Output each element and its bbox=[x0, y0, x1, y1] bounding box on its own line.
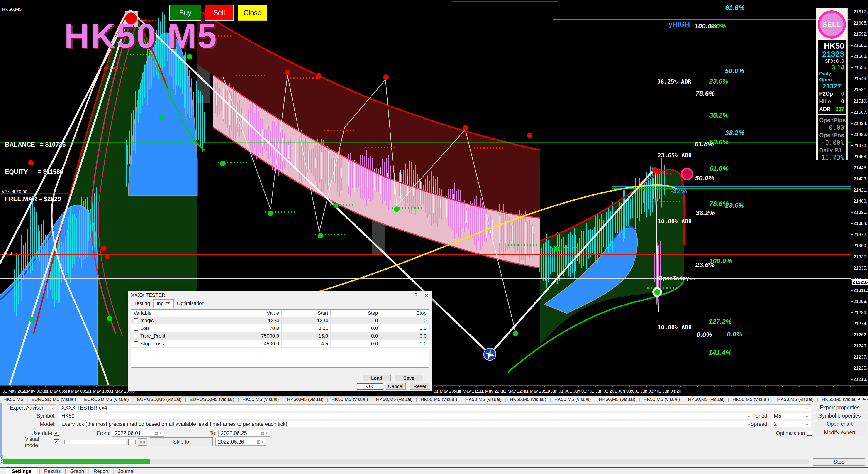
stop-button[interactable]: Stop bbox=[813, 458, 865, 466]
cancel-button[interactable]: Cancel bbox=[386, 383, 406, 390]
calendar-icon[interactable]: ▦ bbox=[256, 439, 260, 444]
buy-button[interactable]: Buy bbox=[169, 5, 202, 21]
table-row[interactable]: Lots70.00.010.00.0 bbox=[131, 324, 429, 332]
tab-inputs[interactable]: Inputs bbox=[153, 299, 174, 308]
variable-cell[interactable]: Stop_Loss bbox=[131, 340, 232, 347]
value-cell[interactable]: 4500.0 bbox=[232, 340, 281, 347]
tester-tab-graph[interactable]: Graph bbox=[66, 468, 88, 474]
chart-tab[interactable]: HK50,M5 (visual) bbox=[506, 396, 550, 402]
value-cell[interactable]: 0 bbox=[330, 317, 380, 324]
row-checkbox[interactable] bbox=[133, 334, 138, 338]
row-checkbox[interactable] bbox=[133, 318, 138, 323]
chart-tab[interactable]: HK50,M5 (visual) bbox=[462, 396, 505, 402]
sell-badge[interactable]: SELL bbox=[818, 10, 846, 38]
tester-tab-report[interactable]: Report bbox=[89, 468, 113, 474]
chart-tab[interactable]: EURUSD,M5 (visual) bbox=[133, 396, 185, 402]
chart-tab[interactable]: HK50,M5 bbox=[0, 396, 27, 402]
chart-tab[interactable]: HK50,M5 (visual) bbox=[283, 396, 327, 402]
chevron-down-icon[interactable]: ▾ bbox=[266, 431, 268, 435]
value-cell[interactable]: 1234 bbox=[281, 317, 330, 324]
chevron-down-icon[interactable]: ▾ bbox=[160, 431, 161, 435]
expert-select[interactable]: XXXX TESTER.ex4 bbox=[59, 404, 811, 411]
value-cell[interactable]: 0.0 bbox=[330, 324, 380, 332]
dialog-close-button[interactable]: ✕ bbox=[421, 292, 432, 298]
tester-tab-settings[interactable]: Settings bbox=[6, 467, 37, 474]
reset-button[interactable]: Reset bbox=[410, 383, 430, 390]
visual-speed-slider[interactable] bbox=[64, 440, 135, 444]
chart-tab[interactable]: HK50,M5 (visual) bbox=[774, 396, 817, 402]
tester-tab-results[interactable]: Results bbox=[40, 468, 65, 474]
value-cell[interactable]: 0.01 bbox=[281, 324, 330, 332]
save-button[interactable]: Save bbox=[395, 375, 423, 381]
table-row[interactable]: Stop_Loss4500.04.50.00.0 bbox=[131, 340, 429, 348]
price-axis[interactable]: 21323.41 21617.4521605.2021592.9521580.7… bbox=[851, 0, 868, 396]
value-cell[interactable]: 75000.0 bbox=[232, 332, 281, 340]
chart-tab[interactable]: EURUSD,M5 (visual) bbox=[81, 396, 132, 402]
value-cell[interactable]: 4.5 bbox=[281, 340, 330, 347]
value-cell[interactable]: 0.0 bbox=[380, 340, 429, 347]
chart-tab[interactable]: HK50,M5 (visual) bbox=[818, 396, 862, 402]
chart-tab[interactable]: EURUSD,M5 (visual) bbox=[186, 396, 238, 402]
skip-date-value: 2022.06.26 bbox=[218, 439, 244, 445]
symbol-select[interactable]: HK50 bbox=[59, 413, 753, 419]
sell-button[interactable]: Sell bbox=[205, 5, 234, 21]
skip-to-button[interactable]: Skip to bbox=[150, 438, 213, 446]
variable-cell[interactable]: magic bbox=[131, 317, 232, 324]
open-chart-button[interactable]: Open chart bbox=[813, 420, 866, 427]
chart-tab[interactable]: HK50,M5 (visual) bbox=[685, 396, 728, 402]
tab-optimization[interactable]: Optimization bbox=[174, 299, 208, 308]
modify-expert-button[interactable]: Modify expert bbox=[813, 429, 866, 436]
close-button[interactable]: Close bbox=[238, 5, 267, 21]
period-select[interactable]: M5 bbox=[771, 413, 811, 419]
value-cell[interactable]: 0 bbox=[380, 317, 429, 324]
chart-tab[interactable]: HK50,M5 (visual) bbox=[373, 396, 416, 402]
scroll-right-icon[interactable]: ▶ bbox=[863, 397, 866, 401]
chart-tab[interactable]: HK50,M5 (visual) bbox=[640, 396, 683, 402]
expert-type-select[interactable]: Expert Advisor bbox=[7, 404, 56, 411]
openpos-value: -0.00% bbox=[819, 139, 844, 147]
value-cell[interactable]: 15.0 bbox=[281, 332, 330, 340]
model-select[interactable]: Every tick (the most precise method base… bbox=[59, 421, 753, 427]
scroll-left-icon[interactable]: ◀ bbox=[857, 397, 860, 401]
tab-separator: | bbox=[817, 396, 818, 402]
to-date-field[interactable]: 2022.06.25 ▦▾ bbox=[218, 430, 270, 437]
chart-tab[interactable]: HK50,M5 (visual) bbox=[328, 396, 371, 402]
tab-testing[interactable]: Testing bbox=[131, 299, 153, 308]
value-cell[interactable]: 1234 bbox=[232, 317, 281, 324]
calendar-icon[interactable]: ▦ bbox=[154, 431, 158, 436]
value-cell[interactable]: 0.0 bbox=[330, 340, 380, 347]
variable-cell[interactable]: Take_Profit bbox=[131, 332, 232, 340]
ok-button[interactable]: OK bbox=[357, 383, 383, 390]
value-cell[interactable]: 70.0 bbox=[232, 324, 281, 332]
spread-select[interactable]: 2 bbox=[771, 421, 811, 427]
optimization-checkbox[interactable] bbox=[807, 431, 812, 436]
dialog-titlebar[interactable]: XXXX TESTER ? ✕ bbox=[128, 291, 432, 299]
chart-tab[interactable]: EURUSD,M5 (visual) bbox=[28, 396, 80, 402]
calendar-icon[interactable]: ▦ bbox=[260, 431, 265, 436]
value-cell[interactable]: 0.0 bbox=[380, 332, 429, 340]
chart-tab[interactable]: HK50,M5 (visual) bbox=[239, 396, 282, 402]
variable-cell[interactable]: Lots bbox=[131, 324, 232, 332]
chevron-down-icon[interactable]: ▾ bbox=[261, 440, 263, 444]
table-row[interactable]: Take_Profit75000.015.00.00.0 bbox=[131, 332, 429, 340]
expert-properties-button[interactable]: Expert properties bbox=[813, 404, 866, 411]
row-checkbox[interactable] bbox=[133, 326, 138, 331]
table-row[interactable]: magic1234123400 bbox=[131, 317, 429, 324]
chart-tab[interactable]: HK50,M5 (visual) bbox=[551, 396, 594, 402]
from-date-field[interactable]: 2022.06.01 ▦▾ bbox=[112, 430, 164, 437]
tester-tab-journal[interactable]: Journal bbox=[114, 468, 138, 474]
fast-forward-button[interactable]: >> bbox=[138, 438, 147, 446]
chart-tab[interactable]: HK50,M5 (visual) bbox=[729, 396, 773, 402]
visual-mode-checkbox[interactable]: ✔ bbox=[54, 439, 59, 444]
slider-thumb[interactable] bbox=[126, 439, 129, 445]
skip-to-date-field[interactable]: 2022.06.26 ▦▾ bbox=[215, 438, 266, 446]
symbol-properties-button[interactable]: Symbol properties bbox=[813, 412, 866, 419]
load-button[interactable]: Load bbox=[363, 375, 391, 381]
dialog-help-button[interactable]: ? bbox=[411, 292, 421, 298]
value-cell[interactable]: 0.0 bbox=[380, 324, 429, 332]
row-checkbox[interactable] bbox=[133, 342, 138, 346]
value-cell[interactable]: 0.0 bbox=[330, 332, 380, 340]
use-date-checkbox[interactable]: ✔ bbox=[54, 431, 59, 436]
chart-tab[interactable]: HK50,M5 (visual) bbox=[417, 396, 461, 402]
chart-tab[interactable]: HK50,M5 (visual) bbox=[595, 396, 639, 402]
